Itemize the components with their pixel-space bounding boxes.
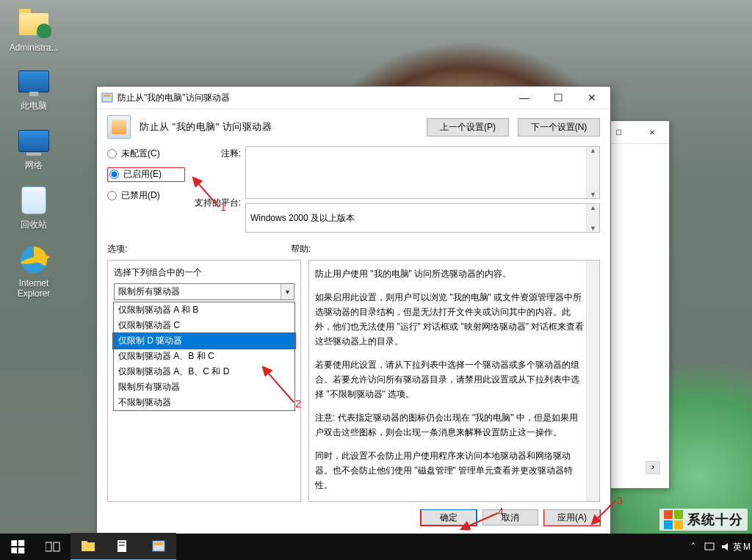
volume-tray-icon[interactable] (718, 534, 733, 560)
close-button[interactable]: ✕ (575, 87, 609, 109)
dialog-titlebar[interactable]: 防止从"我的电脑"访问驱动器 — ☐ ✕ (97, 87, 610, 109)
windows-logo-icon (11, 540, 24, 554)
svg-marker-12 (722, 543, 728, 550)
dialog-footer: 确定 取消 应用(A) (97, 509, 610, 534)
svg-rect-2 (46, 542, 51, 551)
dropdown-item-selected[interactable]: 仅限制 D 驱动器 (114, 333, 294, 349)
desktop-icon-label: 此电脑 (4, 100, 63, 112)
folder-icon (16, 9, 51, 40)
desktop-icon-network[interactable]: 网络 (4, 126, 63, 172)
scrollbar[interactable]: ▲▼ (586, 204, 599, 232)
radio-disabled[interactable]: 已禁用(D) (107, 189, 185, 202)
network-icon (16, 126, 51, 156)
svg-rect-4 (82, 542, 95, 551)
radio-not-configured[interactable]: 未配置(C) (107, 148, 185, 160)
microsoft-four-squares-icon (664, 510, 683, 529)
watermark-text: 系统十分 (687, 511, 743, 528)
computer-icon (16, 66, 51, 97)
system-tray[interactable]: ˄ 英 M (686, 534, 752, 560)
minimize-button[interactable]: — (507, 87, 541, 109)
dialog-title-icon (101, 92, 113, 103)
desktop-icon-internet-explorer[interactable]: Internet Explorer (4, 244, 63, 299)
dropdown-item[interactable]: 仅限制驱动器 A、B、C 和 D (114, 364, 294, 379)
desktop-icon-recycle-bin[interactable]: 回收站 (4, 185, 63, 231)
next-setting-button[interactable]: 下一个设置(N) (518, 118, 600, 137)
task-view-button[interactable] (35, 534, 70, 560)
svg-rect-0 (102, 93, 112, 102)
svg-rect-8 (119, 545, 125, 546)
chevron-down-icon[interactable]: ▾ (281, 284, 294, 299)
drive-restriction-dropdown-list[interactable]: 仅限制驱动器 A 和 B 仅限制驱动器 C 仅限制 D 驱动器 仅限制驱动器 A… (113, 302, 295, 411)
policy-icon (107, 115, 131, 139)
dropdown-item[interactable]: 不限制驱动器 (114, 395, 294, 410)
gpedit-icon (116, 539, 131, 553)
help-paragraph: 防止用户使用 "我的电脑" 访问所选驱动器的内容。 (315, 266, 585, 281)
desktop-icon-label: 回收站 (4, 219, 63, 231)
policy-dialog: 防止从"我的电脑"访问驱动器 — ☐ ✕ 防止从 "我的电脑" 访问驱动器 上一… (96, 86, 611, 535)
desktop-icon-this-pc[interactable]: 此电脑 (4, 66, 63, 112)
tray-overflow-button[interactable]: ˄ (686, 534, 701, 560)
svg-rect-10 (154, 542, 163, 545)
dropdown-item[interactable]: 仅限制驱动器 A 和 B (114, 302, 294, 318)
internet-explorer-icon (16, 244, 51, 275)
svg-rect-7 (119, 542, 125, 543)
taskbar-app-policy-dialog[interactable] (141, 533, 176, 560)
apply-button[interactable]: 应用(A) (544, 509, 600, 526)
radio-label: 未配置(C) (121, 148, 160, 160)
scrollbar[interactable]: ▲▼ (586, 147, 599, 198)
supported-platform-text: Windows 2000 及以上版本 (250, 212, 355, 225)
desktop-icon-label: Administra... (4, 43, 63, 53)
desktop-icon-label: Internet Explorer (4, 278, 63, 299)
policy-dialog-icon (151, 539, 166, 553)
radio-input[interactable] (107, 191, 117, 200)
scroll-right-button[interactable]: › (646, 461, 660, 474)
ime-mode: M (743, 542, 751, 552)
help-paragraph: 请参阅 "隐藏 '我的电脑' 中的这些指定的驱动器" 设置。 (315, 501, 585, 502)
radio-enabled[interactable]: 已启用(E) (109, 168, 162, 181)
recycle-bin-icon (16, 185, 51, 216)
options-label: 选项: (107, 243, 291, 255)
close-button[interactable]: ✕ (635, 121, 669, 143)
maximize-button[interactable]: ☐ (541, 87, 575, 109)
dropdown-item[interactable]: 限制所有驱动器 (114, 379, 294, 395)
dropdown-item[interactable]: 仅限制驱动器 C (114, 318, 294, 333)
svg-rect-11 (705, 543, 714, 550)
scrollbar[interactable] (586, 261, 599, 501)
file-explorer-icon (81, 540, 95, 552)
taskbar-app-gpedit[interactable] (106, 533, 141, 560)
ime-indicator[interactable]: 英 M (734, 534, 749, 560)
ime-language: 英 (733, 541, 742, 553)
cancel-button[interactable]: 取消 (482, 509, 538, 526)
desktop-icons: Administra... 此电脑 网络 回收站 Internet Explor… (4, 9, 70, 312)
taskbar-app-file-explorer[interactable] (70, 533, 106, 560)
policy-header-title: 防止从 "我的电脑" 访问驱动器 (140, 120, 418, 134)
watermark-logo: 系统十分 www.win7999.com (659, 509, 748, 531)
help-paragraph: 注意: 代表指定驱动器的图标仍会出现在 "我的电脑" 中，但是如果用户双击这些图… (315, 410, 585, 440)
dialog-header: 防止从 "我的电脑" 访问驱动器 上一个设置(P) 下一个设置(N) (97, 109, 610, 146)
supported-platform-box: Windows 2000 及以上版本 ▲▼ (245, 203, 600, 233)
svg-rect-3 (54, 542, 59, 551)
dialog-title: 防止从"我的电脑"访问驱动器 (118, 92, 507, 104)
help-paragraph: 若要使用此设置，请从下拉列表中选择一个驱动器或多个驱动器的组合。若要允许访问所有… (315, 357, 585, 401)
desktop-icon-administrator[interactable]: Administra... (4, 9, 63, 53)
radio-input[interactable] (109, 170, 119, 179)
radio-label: 已禁用(D) (121, 189, 160, 202)
ok-button[interactable]: 确定 (421, 509, 477, 526)
options-pane: 选择下列组合中的一个 限制所有驱动器 ▾ 仅限制驱动器 A 和 B 仅限制驱动器… (107, 260, 301, 502)
taskbar[interactable]: ˄ 英 M (0, 534, 752, 560)
help-pane[interactable]: 防止用户使用 "我的电脑" 访问所选驱动器的内容。 如果启用此设置，则用户可以浏… (308, 260, 600, 502)
start-button[interactable] (0, 534, 35, 560)
svg-rect-1 (104, 95, 111, 97)
state-radio-group: 未配置(C) 已启用(E) 已禁用(D) (107, 146, 185, 202)
drive-restriction-combobox[interactable]: 限制所有驱动器 ▾ (114, 283, 294, 300)
help-paragraph: 同时，此设置不会防止用户使用程序来访问本地驱动器和网络驱动器。也不会防止他们使用… (315, 448, 585, 492)
supported-platform-label: 支持的平台: (189, 197, 241, 209)
comment-textarea[interactable]: ▲▼ (245, 146, 600, 199)
network-tray-icon[interactable] (702, 534, 717, 560)
dropdown-item[interactable]: 仅限制驱动器 A、B 和 C (114, 349, 294, 364)
combobox-value: 限制所有驱动器 (118, 286, 180, 298)
previous-setting-button[interactable]: 上一个设置(P) (427, 118, 509, 137)
radio-input[interactable] (107, 149, 117, 159)
help-label: 帮助: (291, 243, 600, 255)
radio-label: 已启用(E) (123, 168, 162, 181)
